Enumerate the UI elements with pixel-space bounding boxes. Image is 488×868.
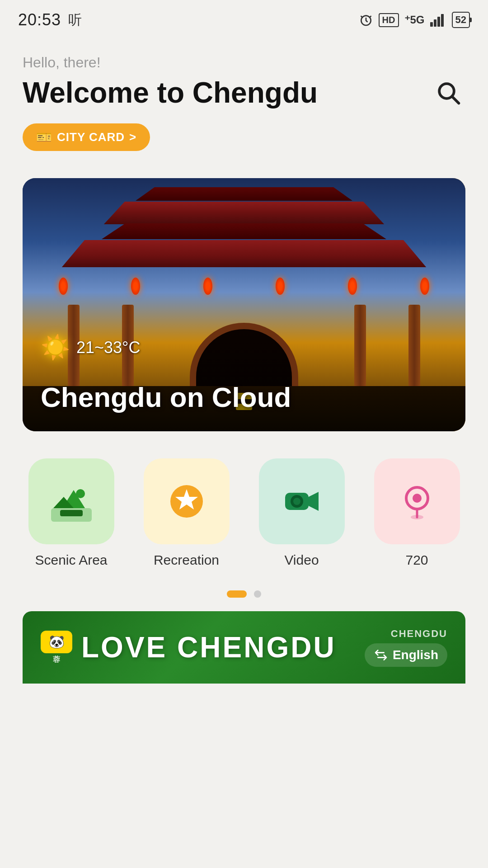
- battery-level: 52: [455, 14, 466, 25]
- lantern-5: [348, 278, 357, 295]
- status-time: 20:53: [18, 10, 61, 29]
- categories-section: Scenic Area Recreation: [0, 431, 488, 581]
- roof-mid: [95, 202, 393, 224]
- lanterns-row: [59, 278, 429, 295]
- bottom-banner-left: 🐼 蓉 LOVE CHENGDU: [41, 631, 336, 665]
- categories-grid: Scenic Area Recreation: [18, 458, 470, 568]
- lantern-3: [203, 278, 212, 295]
- svg-point-16: [293, 498, 300, 505]
- video-icon-box: [259, 458, 345, 544]
- sun-icon: ☀️: [41, 334, 70, 361]
- title-row: Welcome to Chengdu: [23, 75, 465, 110]
- svg-rect-1: [430, 22, 433, 27]
- video-label: Video: [284, 552, 319, 568]
- greeting-text: Hello, there!: [23, 54, 465, 71]
- roof-top-2: [75, 223, 413, 239]
- signal-icon: [430, 13, 446, 27]
- category-recreation[interactable]: Recreation: [133, 458, 239, 568]
- battery-indicator: 52: [452, 12, 470, 28]
- roof-mid-2: [54, 240, 434, 267]
- roof-top: [108, 187, 380, 201]
- chengdu-brand: CHENGDU: [391, 628, 447, 640]
- hd-badge: HD: [379, 13, 399, 27]
- recreation-icon-box: [144, 458, 230, 544]
- city-card-button[interactable]: 🎫 CITY CARD >: [23, 123, 150, 151]
- dot-1[interactable]: [227, 590, 247, 598]
- english-label: English: [393, 648, 438, 662]
- bottom-banner-right: CHENGDU English: [365, 628, 447, 667]
- vr-icon: [397, 481, 437, 522]
- svg-rect-11: [60, 510, 83, 516]
- svg-rect-3: [437, 17, 440, 27]
- svg-point-19: [413, 494, 422, 503]
- status-extra-icon: 听: [68, 11, 82, 29]
- city-card-icon: 🎫: [36, 130, 52, 145]
- category-scenic[interactable]: Scenic Area: [18, 458, 124, 568]
- city-card-arrow: >: [129, 130, 136, 144]
- svg-line-6: [452, 97, 459, 103]
- pagination-dots: [0, 590, 488, 598]
- bottom-logo-text: 蓉: [53, 655, 60, 665]
- bottom-logo-icon: 🐼: [41, 631, 72, 653]
- svg-marker-17: [309, 492, 319, 511]
- vr-icon-box: [374, 458, 460, 544]
- lantern-2: [131, 278, 140, 295]
- lantern-6: [420, 278, 429, 295]
- recreation-icon: [166, 481, 207, 522]
- svg-rect-2: [434, 19, 436, 27]
- category-video[interactable]: Video: [249, 458, 355, 568]
- status-bar: 20:53 听 HD ⁺5G 52: [0, 0, 488, 36]
- 5g-badge: ⁺5G: [404, 14, 425, 26]
- hero-banner[interactable]: ☀️ 21~33°C Chengdu on Cloud: [23, 178, 465, 431]
- banner-title: Chengdu on Cloud: [41, 381, 291, 413]
- dot-2[interactable]: [254, 590, 261, 598]
- svg-point-20: [411, 515, 423, 519]
- scenic-label: Scenic Area: [35, 552, 107, 568]
- alarm-icon: [359, 13, 373, 27]
- lantern-1: [59, 278, 68, 295]
- weather-overlay: ☀️ 21~33°C: [41, 334, 141, 361]
- search-button[interactable]: [431, 75, 465, 110]
- language-switch-icon: [374, 648, 388, 662]
- search-icon: [436, 80, 461, 105]
- love-chengdu-text: LOVE CHENGDU: [81, 631, 336, 664]
- svg-rect-4: [441, 14, 444, 27]
- vr-label: 720: [405, 552, 428, 568]
- english-language-button[interactable]: English: [365, 643, 447, 667]
- temple-roof-2: [23, 223, 465, 267]
- city-card-label: CITY CARD: [57, 130, 125, 144]
- bottom-banner[interactable]: 🐼 蓉 LOVE CHENGDU CHENGDU English: [23, 611, 465, 684]
- svg-point-10: [76, 489, 85, 498]
- category-vr[interactable]: 720: [364, 458, 470, 568]
- header: Hello, there! Welcome to Chengdu 🎫 CITY …: [0, 36, 488, 160]
- temple-roof: [23, 187, 465, 224]
- lantern-4: [276, 278, 285, 295]
- scenic-icon: [51, 481, 92, 522]
- status-icons: HD ⁺5G 52: [359, 12, 470, 28]
- welcome-title: Welcome to Chengdu: [23, 77, 318, 108]
- video-icon: [282, 481, 322, 522]
- temperature: 21~33°C: [76, 338, 141, 357]
- bottom-logo-group: 🐼 蓉: [41, 631, 72, 665]
- recreation-label: Recreation: [154, 552, 219, 568]
- scenic-icon-box: [28, 458, 114, 544]
- chengdu-brand-text: CHENGDU: [391, 628, 447, 640]
